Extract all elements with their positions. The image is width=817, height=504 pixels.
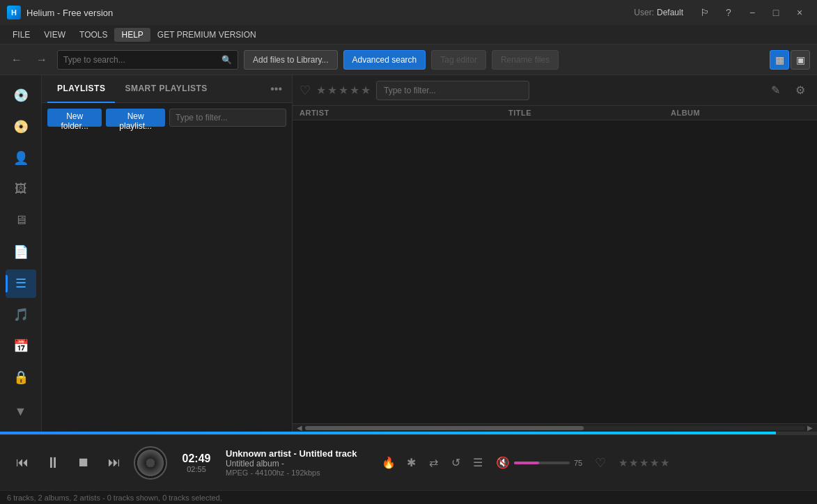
scroll-down-icon: ▼	[15, 404, 27, 419]
menu-file[interactable]: FILE	[6, 28, 37, 42]
time-display: 02:49 02:55	[176, 452, 217, 473]
view-button-1[interactable]: ▦	[770, 50, 789, 70]
volume-slider[interactable]	[514, 462, 570, 464]
hscroll-right-arrow[interactable]: ▶	[804, 424, 816, 432]
next-button[interactable]: ⏭	[103, 452, 125, 474]
player-star-5[interactable]: ★	[660, 457, 669, 469]
menu-view[interactable]: VIEW	[37, 28, 72, 42]
maximize-button[interactable]: □	[765, 4, 786, 21]
sidebar-item-display[interactable]: 🖥	[6, 206, 36, 235]
track-horizontal-scrollbar[interactable]: ◀ ▶	[293, 423, 817, 432]
title-bar: H Helium - Free version User: Default 🏳 …	[0, 0, 817, 25]
new-folder-button[interactable]: New folder...	[47, 109, 102, 127]
playlist-filter-input[interactable]	[169, 109, 286, 127]
player-star-3[interactable]: ★	[639, 457, 648, 469]
playlist-content	[42, 132, 292, 432]
menu-help[interactable]: HELP	[114, 28, 150, 42]
artist-icon: 👤	[13, 150, 29, 166]
player-star-2[interactable]: ★	[629, 457, 638, 469]
track-panel: ♡ ★ ★ ★ ★ ★ ✎ ⚙ ARTIST TITLE ALBUM ◀	[293, 75, 817, 432]
lock-icon: 🔒	[13, 370, 29, 385]
tag-editor-button[interactable]: Tag editor	[431, 50, 486, 70]
star-1[interactable]: ★	[316, 84, 326, 97]
player-star-1[interactable]: ★	[618, 457, 628, 469]
view-buttons: ▦ ▣	[770, 50, 810, 70]
disc-art	[134, 446, 167, 480]
star-5[interactable]: ★	[361, 84, 371, 97]
sidebar-item-calendar[interactable]: 📅	[6, 332, 36, 361]
sidebar-item-artist[interactable]: 👤	[6, 143, 36, 172]
player-controls: 🔥 ✱ ⇄ ↺ ☰	[379, 453, 488, 473]
calendar-icon: 📅	[13, 338, 29, 354]
flag-icon[interactable]: 🏳	[694, 4, 715, 21]
tab-smart-playlists[interactable]: SMART PLAYLISTS	[115, 75, 217, 103]
help-icon[interactable]: ?	[718, 4, 739, 21]
pause-button[interactable]: ⏸	[42, 452, 64, 474]
favorite-heart-button[interactable]: ♡	[299, 83, 311, 98]
track-filter-input[interactable]	[376, 81, 529, 100]
shuffle-button[interactable]: ⇄	[423, 453, 443, 473]
advanced-search-button[interactable]: Advanced search	[343, 50, 426, 70]
progress-bar-area[interactable]	[0, 432, 817, 434]
sidebar-scroll-down[interactable]: ▼	[6, 397, 36, 426]
volume-mute-icon[interactable]: 🔇	[496, 456, 510, 469]
sidebar-item-lock[interactable]: 🔒	[6, 363, 36, 392]
player-star-4[interactable]: ★	[650, 457, 659, 469]
minimize-button[interactable]: −	[742, 4, 763, 21]
search-icon-button[interactable]: 🔍	[221, 55, 232, 65]
sidebar-item-playlist[interactable]: ☰	[6, 269, 36, 298]
hscroll-thumb[interactable]	[305, 426, 584, 430]
star-2[interactable]: ★	[327, 84, 337, 97]
tab-playlists[interactable]: PLAYLISTS	[47, 75, 115, 103]
asterisk-button[interactable]: ✱	[401, 453, 421, 473]
playlist-panel: PLAYLISTS SMART PLAYLISTS ••• New folder…	[42, 75, 293, 432]
tab-more-button[interactable]: •••	[266, 80, 286, 98]
app-title: Helium - Free version	[26, 8, 634, 18]
album-art-icon: 🖼	[15, 182, 27, 196]
star-3[interactable]: ★	[339, 84, 348, 97]
rating-stars: ★ ★ ★ ★ ★	[316, 84, 371, 97]
sidebar-item-library[interactable]: 💿	[6, 81, 36, 109]
repeat-button[interactable]: ↺	[446, 453, 465, 473]
column-title: TITLE	[508, 109, 671, 117]
user-name: Default	[657, 8, 683, 17]
flame-button[interactable]: 🔥	[379, 453, 398, 473]
sidebar-item-music-note[interactable]: 🎵	[6, 301, 36, 329]
menu-premium[interactable]: GET PREMIUM VERSION	[150, 28, 263, 42]
menu-bar: FILE VIEW TOOLS HELP GET PREMIUM VERSION	[0, 25, 817, 45]
display-icon: 🖥	[15, 213, 27, 228]
playlist-actions: New folder... New playlist...	[42, 103, 292, 132]
playlist-tabs: PLAYLISTS SMART PLAYLISTS •••	[42, 75, 292, 103]
track-headers: ARTIST TITLE ALBUM	[293, 106, 817, 120]
stop-button[interactable]: ⏹	[72, 452, 95, 474]
album-name: Untitled album -	[226, 459, 365, 468]
player-heart-button[interactable]: ♡	[591, 453, 610, 473]
star-4[interactable]: ★	[350, 84, 359, 97]
add-files-button[interactable]: Add files to Library...	[244, 50, 338, 70]
menu-tools[interactable]: TOOLS	[72, 28, 114, 42]
column-artist: ARTIST	[299, 109, 508, 117]
sidebar-item-text[interactable]: 📄	[6, 237, 36, 266]
active-indicator	[6, 275, 8, 292]
menu-button[interactable]: ☰	[468, 453, 488, 473]
back-button[interactable]: ←	[7, 50, 26, 70]
search-input[interactable]	[63, 55, 221, 65]
current-time: 02:49	[176, 452, 217, 465]
track-toolbar: ♡ ★ ★ ★ ★ ★ ✎ ⚙	[293, 75, 817, 106]
status-text: 6 tracks, 2 albums, 2 artists - 0 tracks…	[7, 494, 222, 502]
app-icon: H	[7, 6, 21, 19]
new-playlist-button[interactable]: New playlist...	[106, 109, 165, 127]
prev-button[interactable]: ⏮	[11, 452, 33, 474]
close-button[interactable]: ×	[789, 4, 810, 21]
total-time: 02:55	[176, 465, 217, 473]
hscroll-left-arrow[interactable]: ◀	[294, 424, 305, 432]
volume-fill	[514, 462, 539, 464]
edit-button[interactable]: ✎	[765, 81, 785, 100]
progress-fill	[0, 432, 776, 434]
view-button-2[interactable]: ▣	[791, 50, 810, 70]
sidebar-item-vinyl[interactable]: 📀	[6, 112, 36, 141]
sidebar-item-album-art[interactable]: 🖼	[6, 175, 36, 203]
forward-button[interactable]: →	[32, 50, 52, 70]
rename-files-button[interactable]: Rename files	[492, 50, 559, 70]
settings-button[interactable]: ⚙	[791, 81, 810, 100]
